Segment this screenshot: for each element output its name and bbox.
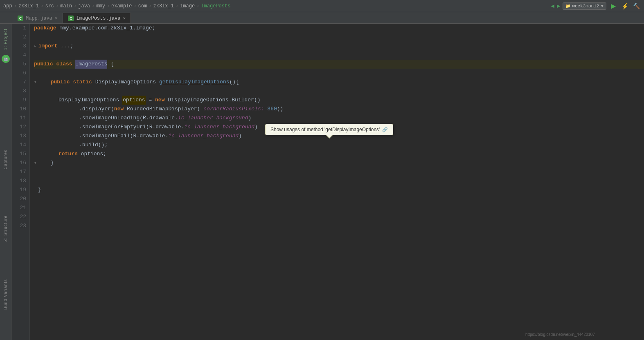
debug-button[interactable]: ⚡: [620, 2, 629, 11]
code-line-9: [34, 69, 644, 78]
code-line-14: .showImageOnLoading(R.drawable.ic_launch…: [34, 114, 644, 123]
sidebar-project-label[interactable]: 1: Project: [2, 27, 9, 51]
code-content: package mmy.example.com.zk3lx_1.image; ▸…: [30, 24, 644, 340]
code-line-12: DisplayImageOptions options = new Displa…: [34, 96, 644, 105]
code-line-23: [34, 195, 644, 204]
code-line-18: return options;: [34, 150, 644, 159]
fold-icon-10[interactable]: ▾: [34, 78, 37, 87]
tab-imageposts-java[interactable]: C ImagePosts.java ✕: [63, 13, 131, 23]
debug-icon: ⚡: [621, 3, 628, 9]
config-name: week3moni2: [572, 4, 599, 9]
fold-icon-3[interactable]: ▸: [34, 42, 37, 51]
config-dropdown[interactable]: 📁 week3moni2 ▼: [563, 2, 606, 10]
breadcrumb-example[interactable]: example: [111, 3, 132, 9]
breadcrumb: app › zk3lx_1 › src › main › java › mmy …: [3, 3, 551, 9]
line-numbers: 1 2 3 4 5 6 7 8 9 10 11 12 13 14 15 16 1…: [11, 24, 30, 340]
tab-close-mapp[interactable]: ✕: [55, 16, 58, 21]
left-sidebar: 1: Project 🤖 Captures Z: Structure Build…: [0, 24, 11, 340]
code-line-8: public class ImagePosts {: [34, 60, 644, 69]
breadcrumb-image[interactable]: image: [180, 3, 195, 9]
sidebar-structure-label[interactable]: Z: Structure: [2, 214, 9, 243]
code-line-1: package mmy.example.com.zk3lx_1.image;: [34, 24, 644, 33]
breadcrumb-main[interactable]: main: [60, 3, 72, 9]
build-button[interactable]: 🔨: [632, 2, 641, 11]
android-icon: 🤖: [2, 55, 10, 63]
tooltip-text: Show usages of method 'getDisplayImageOp…: [270, 127, 380, 132]
editor-area[interactable]: 1 2 3 4 5 6 7 8 9 10 11 12 13 14 15 16 1…: [11, 24, 644, 340]
options-highlight: options: [122, 96, 146, 105]
breadcrumb-src[interactable]: src: [45, 3, 54, 9]
code-line-2: [34, 33, 644, 42]
code-line-19: ▾ }: [34, 159, 644, 168]
nav-forward-icon[interactable]: ▶: [557, 2, 560, 9]
code-line-11: [34, 87, 644, 96]
tab-close-imageposts[interactable]: ✕: [123, 16, 126, 21]
top-toolbar: app › zk3lx_1 › src › main › java › mmy …: [0, 0, 644, 12]
code-line-22: }: [34, 186, 644, 195]
build-icon: 🔨: [633, 3, 640, 9]
nav-back-icon[interactable]: ◀: [551, 2, 554, 9]
tooltip-icon: 🔗: [382, 127, 388, 132]
code-line-17: .build();: [34, 141, 644, 150]
tab-mapp-java[interactable]: C Mapp.java ✕: [12, 13, 63, 23]
code-line-3: ▸ import ...;: [34, 42, 644, 51]
tab-icon-imageposts: C: [68, 16, 74, 21]
tab-label-imageposts: ImagePosts.java: [76, 16, 120, 21]
main-layout: 1: Project 🤖 Captures Z: Structure Build…: [0, 24, 644, 340]
breadcrumb-app[interactable]: app: [3, 3, 12, 9]
code-line-10: ▾ public static DisplayImageOptions getD…: [34, 78, 644, 87]
code-line-13: .displayer(new RoundedBitmapDisplayer( c…: [34, 105, 644, 114]
breadcrumb-java[interactable]: java: [78, 3, 90, 9]
sidebar-build-variants-label[interactable]: Build Variants: [2, 277, 9, 311]
code-line-21: [34, 177, 644, 186]
tooltip-container: Show usages of method 'getDisplayImageOp…: [265, 124, 393, 135]
tab-bar: C Mapp.java ✕ C ImagePosts.java ✕: [0, 12, 644, 24]
tooltip-arrow-inner: [327, 135, 332, 138]
breadcrumb-com[interactable]: com: [138, 3, 147, 9]
breadcrumb-imageposts[interactable]: ImagePosts: [201, 3, 230, 9]
play-icon: ▶: [611, 2, 616, 10]
code-container: 1 2 3 4 5 6 7 8 9 10 11 12 13 14 15 16 1…: [11, 24, 644, 340]
code-line-20: [34, 168, 644, 177]
breadcrumb-zk3lx1-2[interactable]: zk3lx_1: [153, 3, 174, 9]
code-line-7: [34, 51, 644, 60]
tab-label-mapp: Mapp.java: [26, 16, 52, 21]
tooltip-box: Show usages of method 'getDisplayImageOp…: [265, 124, 393, 135]
play-button[interactable]: ▶: [609, 2, 618, 11]
breadcrumb-zk3lx1[interactable]: zk3lx_1: [18, 3, 39, 9]
breadcrumb-mmy[interactable]: mmy: [96, 3, 105, 9]
sidebar-captures-label[interactable]: Captures: [2, 148, 9, 171]
tab-icon-mapp: C: [18, 16, 23, 21]
run-controls: ◀ ▶ 📁 week3moni2 ▼ ▶ ⚡ 🔨: [551, 2, 641, 11]
fold-icon-19[interactable]: ▾: [34, 159, 37, 168]
method-link-getdisplay[interactable]: getDisplayImageOptions: [159, 78, 230, 87]
watermark: https://blog.csdn.net/weixin_44420107: [525, 332, 595, 337]
